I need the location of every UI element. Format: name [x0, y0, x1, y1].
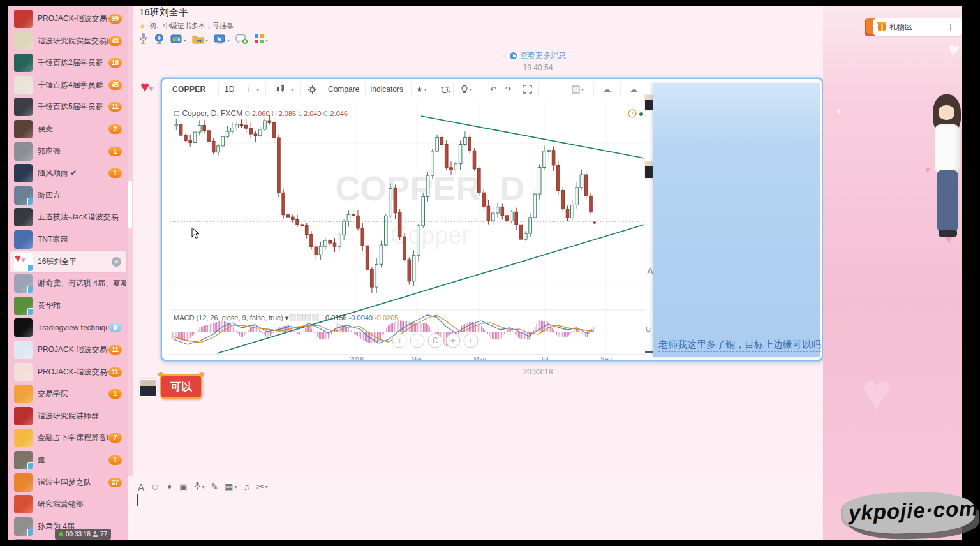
media-button[interactable]: ▾	[170, 34, 186, 47]
toolbar-separator	[620, 82, 621, 96]
chat-list-item[interactable]: 黄华玮	[10, 295, 126, 316]
image-button[interactable]: ▦▾	[225, 482, 237, 492]
cloud-save-icon[interactable]: ☁↑	[629, 79, 641, 100]
nudge-button[interactable]: ▣	[179, 482, 187, 492]
chat-list-item[interactable]: 谢俞龚、何诺骐 4届、夏夏、3班	[10, 273, 126, 294]
cloud-load-icon[interactable]: ☁↓	[602, 79, 614, 100]
chevron-down-icon[interactable]: ▾	[290, 79, 293, 100]
sender-avatar-hearts[interactable]: ♥ ♥	[140, 78, 158, 94]
toolbar-separator	[322, 82, 322, 96]
chat-list-item-label: 研究院营销部	[38, 499, 126, 510]
ideas-bulb-icon[interactable]: ▾	[461, 79, 472, 100]
wand-button[interactable]: ✦	[166, 482, 173, 492]
unread-badge: 1	[108, 455, 122, 465]
chat-list-item[interactable]: ♥♥16班刘全平✕	[10, 251, 126, 272]
chat-list-item[interactable]: 侯麦2	[10, 119, 126, 140]
heart-icon: ♥	[925, 165, 930, 175]
chat-list-item[interactable]: 谐波研究院实盘交易部43	[10, 31, 126, 52]
chat-list-item[interactable]: 研究院营销部	[10, 494, 126, 515]
avatar	[14, 208, 33, 226]
chevron-down-icon: ▾	[227, 38, 230, 43]
redo-icon[interactable]: ↷	[505, 79, 512, 100]
indicators-button[interactable]: Indicators	[370, 79, 403, 100]
symbol-button[interactable]: COPPER	[172, 79, 205, 100]
webcam-button[interactable]	[154, 33, 165, 48]
unread-badge: 11	[108, 102, 122, 112]
emoji-button[interactable]: ☺	[151, 482, 160, 492]
screen-share-button[interactable]: ▾	[214, 34, 230, 47]
compare-button[interactable]: Compare	[328, 79, 359, 100]
heart-icon: ♥	[861, 363, 892, 422]
chat-list-item[interactable]: PROJACK-谐波交易体验2群99	[10, 8, 126, 29]
chat-list-item[interactable]: 随风顺雨 ✔1	[10, 163, 126, 184]
fullscreen-icon[interactable]	[523, 79, 532, 100]
chat-list-item[interactable]: 千锤百炼5届学员群11	[10, 96, 126, 117]
chat-list-item[interactable]: PROJACK-谐波交易体验1群11	[10, 362, 126, 383]
mic-button[interactable]	[138, 33, 148, 48]
svg-text:Copper: Copper	[390, 222, 470, 249]
chat-list-item[interactable]: 千锤百炼4届学员群45	[10, 75, 126, 96]
chat-list-item[interactable]: 谐波中国梦之队27	[10, 472, 126, 493]
chevron-down-icon: ▾	[235, 484, 237, 490]
avatar	[14, 517, 33, 536]
avatar	[14, 473, 33, 492]
message-add-button[interactable]	[235, 34, 248, 47]
gift-checkbox[interactable]	[950, 24, 958, 31]
chat-list-item[interactable]: 金融占卜学课程筹备组7	[10, 427, 126, 448]
file-send-button[interactable]: ▾	[192, 34, 208, 47]
chat-list-item[interactable]: 千锤百炼2届学员群18	[10, 52, 126, 73]
chat-list-item[interactable]: 五道技法-JacK谐波交易	[10, 207, 126, 228]
teacher-avatar[interactable]	[139, 379, 157, 397]
chat-list-item[interactable]: PROJACK-谐波交易体验7群11	[10, 339, 126, 360]
avatar	[14, 164, 33, 182]
wallpaper-character-face	[939, 105, 954, 120]
settings-gear-icon[interactable]	[308, 79, 317, 100]
toolbar-separator	[265, 82, 266, 96]
chat-subtitle-row: ★ 初、中级证书多本，寻挂靠	[139, 21, 234, 31]
candle-style-icon[interactable]	[276, 79, 285, 100]
music-button[interactable]: ♫	[244, 482, 251, 492]
apps-icon	[254, 34, 264, 47]
chat-list-item[interactable]: TNT家园	[10, 229, 126, 250]
chart-image-message[interactable]: COPPER, DCopper⊟ Copper, D, FXCM O 2.060…	[161, 78, 823, 361]
toolbar-separator	[433, 82, 433, 96]
chevron-down-icon: ▾	[184, 38, 186, 43]
svg-text:0.0156 -0.0049 -0.0205: 0.0156 -0.0049 -0.0205	[325, 314, 398, 321]
close-icon[interactable]: ✕	[112, 257, 121, 267]
mobile-online-icon	[27, 308, 33, 315]
chat-list-item[interactable]: 郭应强1	[10, 141, 126, 162]
clip-button[interactable]: ✂▾	[256, 482, 268, 492]
chevron-down-icon[interactable]: ▾	[255, 79, 259, 100]
sparkle-icon: ✦	[836, 108, 842, 116]
chat-list-item[interactable]: Tradingview technique analysis8	[10, 317, 126, 338]
mouse-cursor	[191, 227, 202, 239]
image-icon: ▦	[225, 482, 233, 492]
header-toolbar: ▾▾▾▾	[138, 31, 274, 49]
chat-list-item[interactable]: 谐波研究院讲师群	[10, 406, 126, 427]
timestamp: 19:40:54	[474, 63, 602, 72]
unread-badge: 1	[108, 389, 122, 399]
load-more-messages-link[interactable]: 查看更多消息	[429, 50, 646, 61]
gift-area-pill[interactable]: 礼物区	[873, 18, 962, 36]
chat-list: PROJACK-谐波交易体验2群99谐波研究院实盘交易部43千锤百炼2届学员群1…	[8, 6, 128, 540]
apps-button[interactable]: ▾	[254, 34, 268, 47]
undo-icon[interactable]: ↶	[490, 79, 496, 100]
edit-icon: ✎	[211, 482, 219, 492]
chat-list-item[interactable]: 游四方	[10, 185, 126, 206]
clip-icon: ✂	[256, 482, 264, 492]
edit-button[interactable]: ✎	[211, 482, 219, 492]
alert-add-icon[interactable]	[440, 79, 450, 100]
favorites-star-icon[interactable]: ★▾	[416, 79, 427, 100]
interval-menu-icon[interactable]: ⋮	[245, 79, 253, 100]
interval-button[interactable]: 1D	[225, 79, 234, 100]
font-button[interactable]: A	[138, 482, 144, 492]
layout-select-icon[interactable]: ▾	[572, 79, 584, 100]
avatar	[14, 318, 33, 337]
sidebar-scrollbar-thumb[interactable]	[128, 181, 132, 228]
voice-button[interactable]: ▾	[194, 481, 205, 492]
chat-list-item[interactable]: 鑫1	[10, 450, 126, 471]
toolbar-separator	[453, 82, 454, 96]
chat-list-item[interactable]: 交易学院1	[10, 383, 126, 404]
toolbar-separator	[218, 82, 219, 96]
sidebar-scrollbar[interactable]	[128, 6, 133, 540]
